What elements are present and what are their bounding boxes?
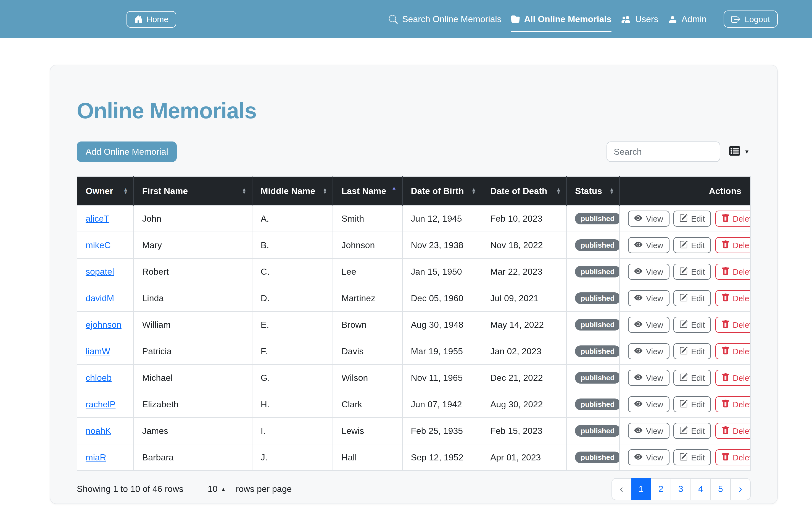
owner-link[interactable]: aliceT — [86, 214, 109, 223]
first-name-cell: Barbara — [134, 444, 252, 471]
table-row: aliceT John A. Smith Jun 12, 1945 Feb 10… — [77, 205, 750, 232]
delete-button[interactable]: Delete — [715, 449, 750, 466]
edit-button[interactable]: Edit — [673, 396, 711, 412]
owner-link[interactable]: rachelP — [86, 399, 116, 409]
view-button[interactable]: View — [628, 343, 669, 359]
owner-link[interactable]: liamW — [86, 346, 110, 356]
table-row: noahK James I. Lewis Feb 25, 1935 Feb 15… — [77, 418, 750, 444]
pencil-square-icon — [680, 373, 688, 383]
pagination-page-4[interactable]: 4 — [691, 478, 711, 500]
owner-link[interactable]: davidM — [86, 293, 114, 303]
date-of-death-cell: Nov 18, 2022 — [482, 232, 567, 258]
date-of-birth-cell: Aug 30, 1948 — [402, 312, 482, 338]
edit-button[interactable]: Edit — [673, 343, 711, 359]
last-name-cell: Lewis — [333, 418, 402, 444]
date-of-birth-cell: Sep 12, 1952 — [402, 444, 482, 471]
view-button[interactable]: View — [628, 317, 669, 333]
view-button[interactable]: View — [628, 237, 669, 253]
view-button[interactable]: View — [628, 449, 669, 466]
search-input[interactable] — [607, 142, 720, 162]
owner-link[interactable]: mikeC — [86, 240, 111, 250]
last-name-cell: Johnson — [333, 232, 402, 258]
column-header-middle-name[interactable]: Middle Name▲▼ — [252, 177, 333, 205]
edit-button[interactable]: Edit — [673, 317, 711, 333]
last-name-cell: Hall — [333, 444, 402, 471]
pagination: ‹ 1 2 3 4 5 › — [611, 478, 751, 500]
delete-button[interactable]: Delete — [715, 370, 750, 386]
pagination-page-1[interactable]: 1 — [631, 478, 651, 500]
nav-item-search-online-memorials[interactable]: Search Online Memorials — [389, 0, 501, 38]
edit-button[interactable]: Edit — [673, 370, 711, 386]
column-header-date-of-birth[interactable]: Date of Birth▲▼ — [402, 177, 482, 205]
pagination-page-2[interactable]: 2 — [651, 478, 671, 500]
owner-cell: noahK — [77, 418, 134, 444]
pagination-prev-button[interactable]: ‹ — [611, 478, 631, 500]
column-header-last-name[interactable]: Last Name▲ — [333, 177, 402, 205]
delete-button[interactable]: Delete — [715, 290, 750, 306]
edit-button[interactable]: Edit — [673, 423, 711, 439]
columns-toggle-button[interactable]: ▼ — [727, 144, 751, 159]
delete-button[interactable]: Delete — [715, 237, 750, 253]
delete-button[interactable]: Delete — [715, 264, 750, 280]
edit-button[interactable]: Edit — [673, 237, 711, 253]
page-size-dropdown[interactable]: 10 ▲ — [208, 484, 226, 494]
last-name-cell: Brown — [333, 312, 402, 338]
first-name-cell: John — [134, 205, 252, 232]
eye-icon — [634, 293, 643, 303]
pagination-page-5[interactable]: 5 — [711, 478, 731, 500]
first-name-cell: James — [134, 418, 252, 444]
home-button[interactable]: Home — [126, 11, 176, 27]
middle-name-cell: A. — [252, 205, 333, 232]
owner-link[interactable]: sopatel — [86, 267, 114, 276]
owner-link[interactable]: ejohnson — [86, 320, 121, 329]
date-of-death-cell: Jul 09, 2021 — [482, 285, 567, 312]
nav-item-users[interactable]: Users — [621, 0, 658, 38]
edit-button[interactable]: Edit — [673, 210, 711, 227]
pagination-page-3[interactable]: 3 — [671, 478, 691, 500]
view-button[interactable]: View — [628, 370, 669, 386]
column-header-actions: Actions — [620, 177, 750, 205]
edit-button[interactable]: Edit — [673, 449, 711, 466]
delete-button[interactable]: Delete — [715, 423, 750, 439]
view-button[interactable]: View — [628, 396, 669, 412]
date-of-death-cell: Dec 21, 2022 — [482, 364, 567, 391]
nav-item-admin[interactable]: Admin — [668, 0, 707, 38]
delete-button[interactable]: Delete — [715, 317, 750, 333]
pencil-square-icon — [680, 240, 688, 250]
status-badge: published — [575, 292, 620, 304]
middle-name-cell: G. — [252, 364, 333, 391]
trash-icon — [721, 399, 729, 409]
view-button[interactable]: View — [628, 290, 669, 306]
column-header-status[interactable]: Status▲▼ — [567, 177, 620, 205]
owner-link[interactable]: chloeb — [86, 373, 112, 382]
first-name-cell: Mary — [134, 232, 252, 258]
delete-button[interactable]: Delete — [715, 396, 750, 412]
owner-link[interactable]: miaR — [86, 452, 106, 462]
date-of-birth-cell: Mar 19, 1955 — [402, 338, 482, 364]
date-of-death-cell: Feb 15, 2023 — [482, 418, 567, 444]
nav-item-all-online-memorials[interactable]: All Online Memorials — [511, 0, 611, 38]
view-button[interactable]: View — [628, 264, 669, 280]
last-name-cell: Martinez — [333, 285, 402, 312]
trash-icon — [721, 320, 729, 330]
logout-button[interactable]: Logout — [724, 10, 778, 28]
add-online-memorial-button[interactable]: Add Online Memorial — [77, 142, 177, 162]
status-badge: published — [575, 451, 620, 463]
trash-icon — [721, 293, 729, 303]
edit-button[interactable]: Edit — [673, 290, 711, 306]
showing-rows-text: Showing 1 to 10 of 46 rows — [77, 484, 183, 494]
delete-button[interactable]: Delete — [715, 210, 750, 227]
pagination-next-button[interactable]: › — [731, 478, 751, 500]
view-button[interactable]: View — [628, 423, 669, 439]
column-header-owner[interactable]: Owner▲▼ — [77, 177, 134, 205]
column-header-date-of-death[interactable]: Date of Death▲▼ — [482, 177, 567, 205]
delete-button[interactable]: Delete — [715, 343, 750, 359]
edit-button[interactable]: Edit — [673, 264, 711, 280]
date-of-birth-cell: Nov 11, 1965 — [402, 364, 482, 391]
column-header-first-name[interactable]: First Name▲▼ — [134, 177, 252, 205]
actions-cell: View Edit Delete — [620, 418, 750, 444]
owner-link[interactable]: noahK — [86, 426, 111, 435]
eye-icon — [634, 426, 643, 436]
view-button[interactable]: View — [628, 210, 669, 227]
owner-cell: davidM — [77, 285, 134, 312]
